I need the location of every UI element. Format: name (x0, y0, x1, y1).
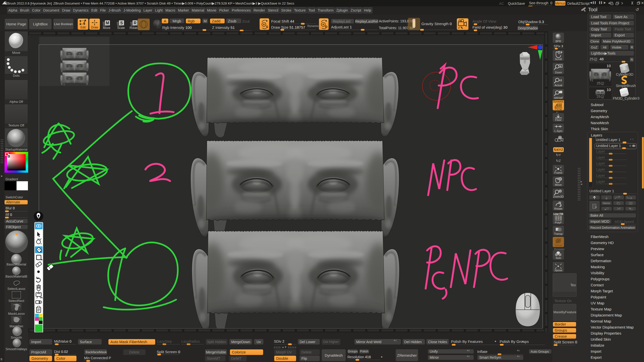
svg-text:D: D (325, 25, 327, 29)
svg-text:S: S (266, 25, 268, 29)
svg-text:x1: x1 (559, 79, 562, 82)
